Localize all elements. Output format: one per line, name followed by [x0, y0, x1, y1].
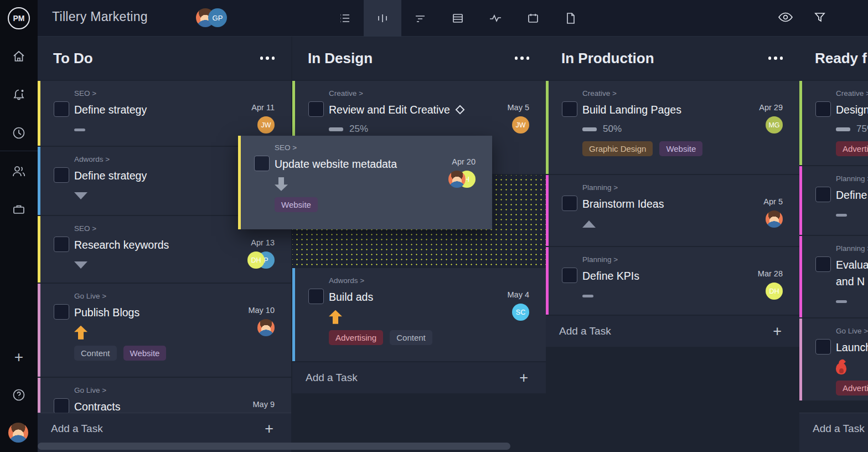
task-group-breadcrumb[interactable]: Planning >	[582, 255, 758, 264]
task-card[interactable]: Adwords > Build ads Advertising Content …	[292, 268, 546, 361]
task-card[interactable]: Creative > Design 75% Advertising	[799, 81, 868, 165]
task-checkbox[interactable]	[815, 187, 831, 202]
due-date: Apr 13	[251, 238, 275, 247]
tab-sheet-view[interactable]	[439, 0, 477, 37]
task-title[interactable]: Research keywords	[74, 237, 247, 253]
add-task-button[interactable]: Add a Task +	[546, 316, 799, 347]
home-icon[interactable]	[0, 45, 38, 68]
task-card[interactable]: Planning > Brainstorm Ideas Apr 5	[546, 175, 799, 246]
add-task-button[interactable]: Add a Task +	[38, 413, 291, 444]
task-checkbox[interactable]	[562, 268, 577, 283]
task-title[interactable]: Update website metadata	[275, 156, 448, 172]
task-title[interactable]: Build Landing Pages	[582, 101, 759, 118]
task-card[interactable]: Planning > Evalua and N	[799, 236, 868, 317]
column-header: In Design	[292, 37, 546, 80]
task-group-breadcrumb[interactable]: Go Live >	[74, 292, 248, 300]
tab-board-view[interactable]	[364, 0, 401, 37]
clock-icon[interactable]	[0, 122, 38, 144]
plus-icon[interactable]: +	[265, 422, 273, 436]
task-group-breadcrumb[interactable]: Go Live >	[74, 386, 253, 394]
task-group-breadcrumb[interactable]: SEO >	[275, 143, 448, 152]
task-checkbox[interactable]	[815, 256, 831, 272]
help-question-icon[interactable]	[0, 384, 38, 406]
task-card[interactable]: Planning > Define	[799, 166, 868, 235]
app-logo[interactable]: PM	[0, 0, 38, 37]
task-checkbox[interactable]	[54, 398, 69, 414]
task-checkbox[interactable]	[562, 196, 577, 211]
filter-funnel-icon[interactable]	[813, 11, 826, 26]
user-avatar-image[interactable]	[8, 423, 28, 443]
column-in-design: In Design Creative > Review and Edit Cre…	[292, 37, 546, 452]
task-title[interactable]: Evalua and N	[836, 256, 868, 290]
task-group-breadcrumb[interactable]: Creative >	[582, 89, 759, 97]
task-card[interactable]: Planning > Define KPIs Mar 28 DH	[546, 247, 799, 315]
tab-calendar-view[interactable]	[514, 0, 552, 37]
task-title[interactable]: Define KPIs	[582, 268, 758, 284]
column-menu-icon[interactable]	[260, 53, 275, 63]
due-date: Apr 20	[452, 157, 476, 166]
add-task-button[interactable]: Add a Task +	[292, 362, 546, 393]
task-group-breadcrumb[interactable]: Adwords >	[329, 276, 508, 285]
column-title: To Do	[53, 50, 93, 67]
task-group-breadcrumb[interactable]: Planning >	[582, 183, 763, 192]
tab-gantt-view[interactable]	[401, 0, 439, 37]
progress-value: 75%	[856, 124, 868, 135]
team-people-icon[interactable]	[0, 161, 38, 183]
notifications-bell-icon[interactable]	[0, 84, 38, 106]
task-title[interactable]: Review and Edit Creative	[329, 101, 508, 118]
task-checkbox[interactable]	[254, 156, 270, 171]
column-menu-icon[interactable]	[768, 53, 783, 63]
task-title[interactable]: Design	[836, 101, 868, 118]
task-title[interactable]: Brainstorm Ideas	[582, 196, 763, 212]
tab-activity-view[interactable]	[477, 0, 514, 37]
task-checkbox[interactable]	[54, 167, 69, 183]
task-checkbox[interactable]	[815, 339, 831, 355]
task-card[interactable]: Go Live > Launch Advertising	[799, 319, 868, 400]
task-group-breadcrumb[interactable]: SEO >	[74, 224, 247, 233]
tag: Advertising	[329, 330, 383, 345]
task-title[interactable]: Launch	[836, 339, 868, 356]
visibility-eye-icon[interactable]	[778, 11, 793, 26]
add-task-label: Add a Task	[51, 423, 103, 435]
plus-icon[interactable]: +	[773, 324, 782, 339]
progress-value: 25%	[349, 124, 368, 135]
column-header: Ready f	[799, 37, 868, 80]
task-title[interactable]: Define strategy	[74, 101, 251, 118]
add-task-button[interactable]: Add a Task	[799, 413, 868, 444]
task-title[interactable]: Build ads	[329, 289, 508, 305]
member-avatar[interactable]: GP	[208, 8, 227, 27]
task-checkbox[interactable]	[815, 101, 831, 117]
task-group-breadcrumb[interactable]: SEO >	[74, 89, 251, 97]
task-group-breadcrumb[interactable]: Creative >	[329, 89, 508, 97]
user-avatar[interactable]	[8, 423, 28, 443]
add-plus-icon[interactable]: +	[0, 346, 38, 368]
column-title: Ready f	[815, 50, 867, 67]
task-checkbox[interactable]	[308, 101, 324, 117]
task-checkbox[interactable]	[54, 237, 69, 252]
tab-docs-view[interactable]	[552, 0, 590, 37]
task-group-breadcrumb[interactable]: Planning >	[836, 244, 868, 253]
task-group-breadcrumb[interactable]: Creative >	[836, 89, 868, 97]
task-group-breadcrumb[interactable]: Planning >	[836, 174, 868, 183]
column-title: In Design	[308, 50, 373, 67]
tab-list-view[interactable]	[326, 0, 364, 37]
column-todo: To Do SEO > Define strategy Apr 11 JW Ad…	[38, 37, 291, 452]
task-checkbox[interactable]	[308, 289, 324, 304]
briefcase-icon[interactable]	[0, 198, 38, 220]
task-checkbox[interactable]	[562, 101, 577, 117]
assignee-avatar: DH	[247, 251, 265, 269]
task-title[interactable]: Define	[836, 187, 868, 203]
project-members[interactable]: GP	[196, 8, 227, 27]
task-checkbox[interactable]	[54, 101, 69, 117]
task-card[interactable]: Creative > Build Landing Pages 50% Graph…	[546, 81, 799, 174]
plus-icon[interactable]: +	[519, 371, 528, 386]
horizontal-scrollbar[interactable]	[38, 443, 510, 450]
column-menu-icon[interactable]	[515, 53, 530, 63]
due-date: May 9	[253, 400, 275, 409]
dragged-task-card[interactable]: SEO > Update website metadata Website Ap…	[238, 136, 492, 229]
task-checkbox[interactable]	[54, 304, 69, 320]
task-title[interactable]: Publish Blogs	[74, 304, 248, 321]
task-group-breadcrumb[interactable]: Go Live >	[836, 327, 868, 335]
task-card[interactable]: Go Live > Publish Blogs Content Website …	[38, 284, 291, 377]
assignee-avatar	[448, 171, 466, 188]
